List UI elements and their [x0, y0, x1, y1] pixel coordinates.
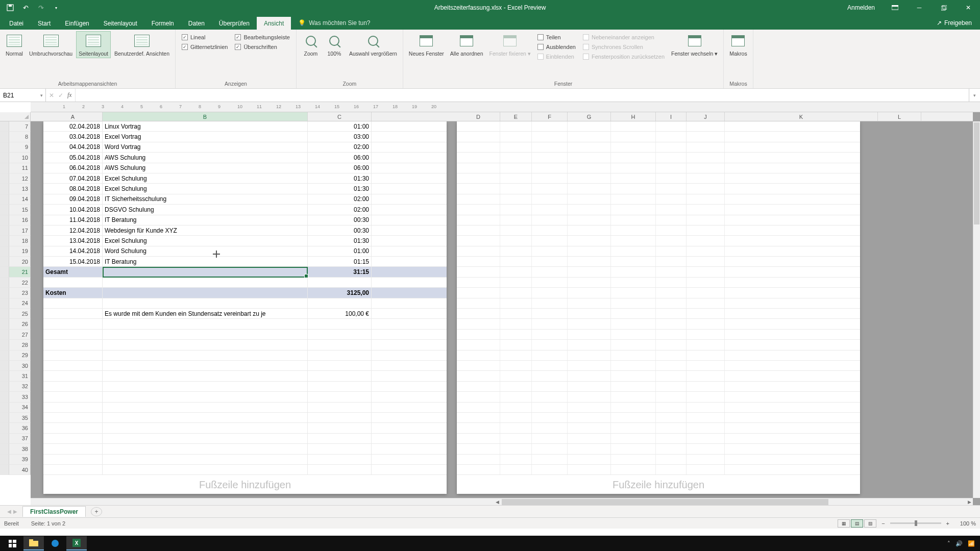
fx-icon[interactable]: fx [67, 91, 72, 99]
row-header-33[interactable]: 33 [9, 392, 31, 402]
cell-C26[interactable] [308, 319, 372, 329]
tab-datei[interactable]: Datei [2, 17, 31, 30]
col-header-B[interactable]: B [103, 112, 308, 121]
cell-A9[interactable]: 04.04.2018 [43, 142, 103, 152]
cell-C8[interactable]: 03:00 [308, 132, 372, 141]
cell-B20[interactable]: IT Beratung [103, 257, 308, 266]
chk-gitternetz[interactable]: ✓Gitternetzlinien [182, 44, 228, 50]
cell-B10[interactable]: AWS Schulung [103, 153, 308, 162]
undo-button[interactable]: ↶ [19, 2, 32, 13]
row-header-26[interactable]: 26 [9, 319, 31, 329]
cell-A16[interactable]: 11.04.2018 [43, 215, 103, 225]
cell-A8[interactable]: 03.04.2018 [43, 132, 103, 141]
cell-C12[interactable]: 01:30 [308, 173, 372, 183]
cell-B22[interactable] [103, 278, 308, 287]
cell-A10[interactable]: 05.04.2018 [43, 153, 103, 162]
formula-expand[interactable]: ▾ [969, 89, 980, 102]
cell-C37[interactable] [308, 434, 372, 443]
cell-A30[interactable] [43, 361, 103, 370]
statusbar-view-pagelayout[interactable]: ▤ [851, 519, 863, 528]
row-header-17[interactable]: 17 [9, 226, 31, 236]
col-header-E[interactable]: E [500, 112, 532, 121]
cell-A33[interactable] [43, 392, 103, 402]
cell-A13[interactable]: 08.04.2018 [43, 184, 103, 193]
cell-B31[interactable] [103, 371, 308, 381]
cell-C25[interactable]: 100,00 € [308, 309, 372, 318]
cell-C11[interactable]: 06:00 [308, 163, 372, 173]
cell-B23[interactable] [103, 288, 308, 297]
row-header-19[interactable]: 19 [9, 246, 31, 257]
cell-A38[interactable] [43, 444, 103, 454]
new-window[interactable]: Neues Fenster [406, 31, 447, 63]
cell-B40[interactable] [103, 465, 308, 474]
cell-C19[interactable]: 01:00 [308, 246, 372, 256]
view-pagebreak[interactable]: Umbruchvorschau [27, 31, 75, 58]
cell-B11[interactable]: AWS Schulung [103, 163, 308, 173]
cell-C21[interactable]: 31:15 [308, 267, 372, 277]
row-header-9[interactable]: 9 [9, 142, 31, 153]
horizontal-ruler[interactable]: 1234567891011121314151617181920 [31, 102, 980, 112]
redo-button[interactable]: ↷ [35, 2, 47, 13]
vertical-scrollbar[interactable] [973, 121, 980, 498]
row-headers[interactable]: 7891011121314151617181920212223242526272… [0, 121, 31, 505]
cell-B39[interactable] [103, 455, 308, 464]
cell-A14[interactable]: 09.04.2018 [43, 194, 103, 204]
cell-B37[interactable] [103, 434, 308, 443]
cell-B16[interactable]: IT Beratung [103, 215, 308, 225]
row-header-35[interactable]: 35 [9, 413, 31, 423]
view-normal[interactable]: Normal [3, 31, 26, 58]
row-header-12[interactable]: 12 [9, 173, 31, 184]
cell-B33[interactable] [103, 392, 308, 402]
cell-A19[interactable]: 14.04.2018 [43, 246, 103, 256]
zoom-button[interactable]: Zoom [300, 31, 322, 58]
row-header-21[interactable]: 21 [9, 267, 31, 277]
cell-C39[interactable] [308, 455, 372, 464]
row-header-18[interactable]: 18 [9, 236, 31, 246]
row-header-14[interactable]: 14 [9, 194, 31, 205]
cell-C18[interactable]: 01:30 [308, 236, 372, 245]
row-header-30[interactable]: 30 [9, 361, 31, 371]
cell-C23[interactable]: 3125,00 [308, 288, 372, 297]
cell-C20[interactable]: 01:15 [308, 257, 372, 266]
view-pagelayout[interactable]: Seitenlayout [76, 31, 111, 58]
cell-A11[interactable]: 06.04.2018 [43, 163, 103, 173]
cell-C38[interactable] [308, 444, 372, 454]
name-box[interactable]: B21 [0, 89, 46, 102]
cell-A39[interactable] [43, 455, 103, 464]
cell-C30[interactable] [308, 361, 372, 370]
cell-B24[interactable] [103, 298, 308, 308]
cell-B9[interactable]: Word Vortrag [103, 142, 308, 152]
cell-B19[interactable]: Word Schulung [103, 246, 308, 256]
col-header-C[interactable]: C [308, 112, 372, 121]
tray-volume-icon[interactable]: 🔊 [955, 540, 963, 547]
cell-C10[interactable]: 06:00 [308, 153, 372, 162]
row-header-22[interactable]: 22 [9, 278, 31, 288]
cell-A23[interactable]: Kosten [43, 288, 103, 297]
col-header-J[interactable]: J [687, 112, 725, 121]
cell-C14[interactable]: 02:00 [308, 194, 372, 204]
col-header-G[interactable]: G [568, 112, 611, 121]
cell-A28[interactable] [43, 340, 103, 349]
taskbar-edge[interactable] [45, 536, 65, 550]
col-header-L[interactable]: L [878, 112, 921, 121]
select-all-corner[interactable] [0, 112, 31, 121]
cell-B14[interactable]: IT Sicherheitsschulung [103, 194, 308, 204]
freeze-panes[interactable]: Fenster fixieren ▾ [487, 31, 533, 63]
cell-C34[interactable] [308, 403, 372, 412]
cell-A17[interactable]: 12.04.2018 [43, 226, 103, 235]
cell-B35[interactable] [103, 413, 308, 422]
cell-A18[interactable]: 13.04.2018 [43, 236, 103, 245]
tab-start[interactable]: Start [31, 17, 58, 30]
tab-einfuegen[interactable]: Einfügen [58, 17, 96, 30]
zoom-out[interactable]: − [881, 520, 885, 527]
zoom-selection[interactable]: Auswahl vergrößern [347, 31, 400, 58]
cell-C29[interactable] [308, 350, 372, 360]
tell-me-search[interactable]: 💡Was möchten Sie tun? [291, 16, 377, 30]
cell-A29[interactable] [43, 350, 103, 360]
row-header-25[interactable]: 25 [9, 309, 31, 319]
col-header-H[interactable]: H [611, 112, 656, 121]
cell-A15[interactable]: 10.04.2018 [43, 205, 103, 214]
cell-B29[interactable] [103, 350, 308, 360]
cell-A12[interactable]: 07.04.2018 [43, 173, 103, 183]
cell-B34[interactable] [103, 403, 308, 412]
